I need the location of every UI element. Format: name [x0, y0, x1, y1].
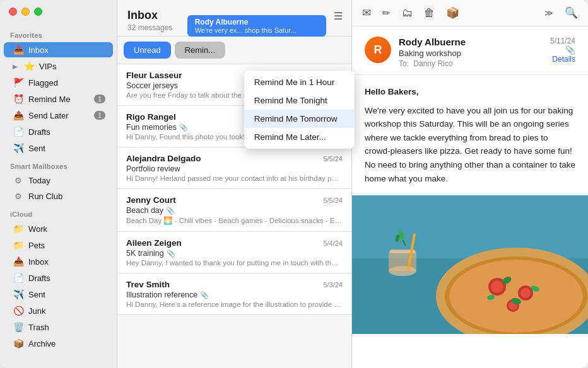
- message-date: 5/4/24: [323, 239, 343, 247]
- message-item-trev[interactable]: Trev Smith 5/3/24 Illustration reference…: [117, 273, 351, 315]
- message-item-aileen[interactable]: Aileen Zeigen 5/4/24 5K training 📎 Hey D…: [117, 232, 351, 273]
- message-date: 5/3/24: [323, 281, 343, 289]
- message-item-jenny[interactable]: Jenny Court 5/5/24 Beach day 📎 Beach Day…: [117, 189, 351, 232]
- minimize-button[interactable]: [21, 8, 30, 16]
- message-date: 5/5/24: [323, 197, 343, 204]
- detail-sender-name: Rody Albuerne: [399, 37, 543, 47]
- new-message-icon[interactable]: ✉: [362, 6, 371, 20]
- message-item-alejandra[interactable]: Alejandra Delgado 5/5/24 Portfolio revie…: [117, 147, 351, 189]
- compose-icon[interactable]: ✏: [382, 8, 391, 19]
- message-preview: Hi Danny, Here's a reference image for t…: [126, 301, 343, 308]
- detail-to-name: Danny Rico: [413, 59, 452, 68]
- message-sender: Alejandra Delgado: [126, 154, 201, 163]
- detail-date: 5/11/24: [550, 37, 575, 45]
- favorites-section-label: Favorites: [0, 25, 117, 42]
- sidebar-item-icloud-sent[interactable]: ✈️ Sent: [4, 287, 113, 302]
- sidebar-item-label: Archive: [28, 339, 56, 348]
- sidebar-item-trash[interactable]: 🗑️ Trash: [4, 319, 113, 335]
- sidebar-item-remind-me[interactable]: ⏰ Remind Me 1: [4, 91, 113, 106]
- detail-header-info: Rody Albuerne Baking workshop To: Danny …: [399, 37, 543, 68]
- sidebar-item-label: Trash: [28, 323, 49, 332]
- junk-icon: 🚫: [13, 306, 24, 316]
- sidebar-item-label: Sent: [28, 290, 45, 299]
- more-icon[interactable]: ≫: [544, 8, 553, 18]
- sidebar-item-label: Flagged: [28, 78, 58, 88]
- close-button[interactable]: [9, 8, 17, 16]
- remind-me-badge: 1: [94, 95, 105, 103]
- sidebar-item-run-club[interactable]: ⚙ Run Club: [4, 189, 113, 204]
- sidebar-item-today[interactable]: ⚙ Today: [4, 173, 113, 188]
- message-subject: 5K training 📎: [126, 249, 343, 258]
- sidebar-item-label: Remind Me: [28, 95, 70, 104]
- remind-later[interactable]: Remind Me Later...: [244, 128, 355, 146]
- sidebar-item-icloud-drafts[interactable]: 📄 Drafts: [4, 270, 113, 285]
- archive-icon: 📦: [13, 338, 24, 348]
- sidebar-item-sent[interactable]: ✈️ Sent: [4, 141, 113, 156]
- remind-in-1-hour[interactable]: Remind Me in 1 Hour: [244, 73, 355, 91]
- sidebar-item-flagged[interactable]: 🚩 Flagged: [4, 75, 113, 90]
- sidebar-item-label: Work: [28, 224, 47, 234]
- sidebar-item-inbox[interactable]: 📥 Inbox: [4, 42, 113, 57]
- work-folder-icon: 📁: [13, 224, 24, 234]
- unread-filter-button[interactable]: Unread: [124, 42, 171, 59]
- message-subject: Illustration reference 📎: [126, 290, 343, 299]
- sidebar-item-label: Inbox: [28, 257, 49, 267]
- detail-greeting: Hello Bakers,: [365, 85, 575, 99]
- sidebar-item-send-later[interactable]: 📤 Send Later 1: [4, 108, 113, 123]
- inbox-icon: 📥: [13, 45, 24, 55]
- sidebar-item-label: Drafts: [28, 127, 50, 137]
- smart-mailboxes-label: Smart Mailboxes: [0, 156, 117, 173]
- sidebar-item-icloud-inbox[interactable]: 📥 Inbox: [4, 254, 113, 269]
- rody-header-bar: Rody Albuerne We're very ex... shop this…: [187, 15, 326, 37]
- sidebar-item-label: VIPs: [39, 62, 56, 71]
- sidebar-item-drafts[interactable]: 📄 Drafts: [4, 124, 113, 139]
- today-icon: ⚙: [13, 176, 24, 185]
- details-link[interactable]: Details: [550, 55, 575, 64]
- filter-icon[interactable]: ☰: [334, 10, 343, 22]
- trash-toolbar-icon[interactable]: 🗑: [424, 7, 435, 20]
- filter-bar: Unread Remin... Rody Albuerne We're very…: [117, 37, 351, 64]
- sidebar-item-label: Junk: [28, 306, 45, 316]
- detail-content: R Rody Albuerne Baking workshop To: Dann…: [352, 26, 588, 368]
- message-list-pane: Inbox 32 messages ☰ Unread Remin... Rody…: [117, 0, 352, 368]
- detail-subject: Baking workshop: [399, 49, 543, 58]
- detail-to: To: Danny Rico: [399, 59, 543, 68]
- sidebar-item-label: Drafts: [28, 273, 50, 283]
- move-toolbar-icon[interactable]: 📦: [446, 6, 459, 20]
- detail-image: [352, 195, 588, 334]
- sidebar-item-work[interactable]: 📁 Work: [4, 221, 113, 236]
- remind-tomorrow[interactable]: Remind Me Tomorrow: [244, 110, 355, 128]
- sidebar: Favorites 📥 Inbox ▶ ⭐ VIPs 🚩 Flagged ⏰ R…: [0, 0, 117, 368]
- remind-filter-button[interactable]: Remin...: [175, 42, 225, 59]
- icloud-label: iCloud: [0, 204, 117, 221]
- detail-toolbar: ✉ ✏ 🗂 🗑 📦 ≫ 🔍: [352, 0, 588, 26]
- sidebar-item-junk[interactable]: 🚫 Junk: [4, 303, 113, 318]
- attachment-icon: 📎: [166, 207, 175, 215]
- sidebar-item-pets[interactable]: 📁 Pets: [4, 238, 113, 253]
- remind-tonight[interactable]: Remind Me Tonight: [244, 91, 355, 110]
- search-icon[interactable]: 🔍: [565, 6, 578, 20]
- remind-filter-label: Remin...: [185, 45, 215, 55]
- message-subject: Beach day 📎: [126, 206, 343, 215]
- fullscreen-button[interactable]: [34, 8, 42, 16]
- sidebar-item-label: Run Club: [28, 192, 62, 201]
- flagged-icon: 🚩: [13, 78, 24, 88]
- icloud-inbox-icon: 📥: [13, 256, 24, 267]
- send-later-badge: 1: [94, 111, 105, 120]
- detail-header: R Rody Albuerne Baking workshop To: Dann…: [352, 26, 588, 75]
- message-preview: Hey Danny, I wanted to thank you for put…: [126, 259, 343, 267]
- sidebar-item-label: Today: [28, 176, 50, 185]
- drafts-icon: 📄: [13, 127, 24, 137]
- sidebar-item-vips[interactable]: ▶ ⭐ VIPs: [4, 59, 113, 74]
- message-subject: Portfolio review: [126, 164, 343, 173]
- svg-point-12: [449, 260, 583, 333]
- archive-toolbar-icon[interactable]: 🗂: [402, 7, 413, 20]
- message-sender: Trev Smith: [126, 280, 170, 289]
- sidebar-item-label: Send Later: [28, 111, 69, 120]
- chevron-icon: ▶: [13, 63, 18, 70]
- sidebar-item-archive[interactable]: 📦 Archive: [4, 336, 113, 351]
- detail-body-text: We're very excited to have you all join …: [365, 104, 575, 186]
- rody-bar-sub: We're very ex... shop this Satur...: [195, 26, 319, 34]
- remind-me-icon: ⏰: [13, 94, 24, 104]
- sidebar-item-label: Pets: [28, 241, 45, 250]
